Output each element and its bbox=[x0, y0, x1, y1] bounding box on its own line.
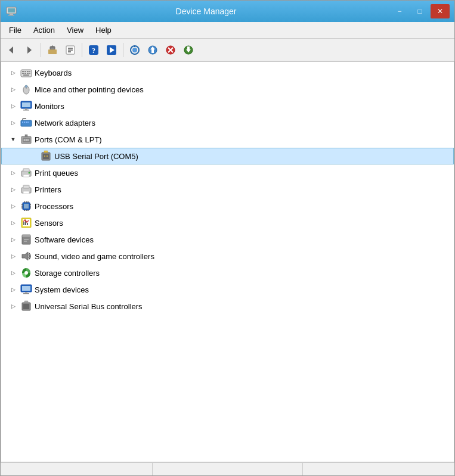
tree-item-sound[interactable]: ▷ Sound, video and game controllers bbox=[1, 248, 454, 265]
svg-rect-38 bbox=[23, 74, 29, 76]
device-tree[interactable]: ▷ Keyboards bbox=[1, 62, 454, 462]
svg-rect-102 bbox=[24, 301, 28, 303]
svg-point-41 bbox=[25, 85, 27, 88]
app-icon bbox=[5, 5, 17, 17]
menu-view[interactable]: View bbox=[61, 24, 89, 36]
svg-rect-50 bbox=[27, 122, 29, 123]
svg-rect-72 bbox=[24, 204, 29, 209]
svg-rect-58 bbox=[25, 135, 27, 136]
svg-rect-69 bbox=[23, 185, 29, 188]
ports-icon bbox=[20, 133, 32, 145]
tree-item-printers[interactable]: ▷ Printers bbox=[1, 181, 454, 198]
svg-rect-30 bbox=[22, 71, 24, 72]
svg-rect-65 bbox=[23, 169, 29, 172]
tree-item-system-devices[interactable]: ▷ System devices bbox=[1, 281, 454, 298]
help-button[interactable]: ? bbox=[85, 42, 102, 58]
processors-icon bbox=[20, 200, 32, 212]
update-button[interactable] bbox=[144, 42, 161, 58]
menu-bar: File Action View Help bbox=[1, 22, 454, 39]
usb-serial-label: USB Serial Port (COM5) bbox=[54, 152, 138, 161]
up-button[interactable] bbox=[44, 42, 61, 58]
expand-printers[interactable]: ▷ bbox=[8, 185, 18, 194]
status-section-1 bbox=[3, 463, 153, 475]
tree-item-sensors[interactable]: ▷ Sensors bbox=[1, 214, 454, 231]
tree-item-usb-controllers[interactable]: ▷ Universal Serial Bus controllers bbox=[1, 298, 454, 315]
toolbar-separator-2 bbox=[82, 43, 82, 57]
close-button[interactable]: ✕ bbox=[431, 4, 450, 18]
tree-item-mice[interactable]: ▷ Mice and other pointing devices bbox=[1, 81, 454, 98]
svg-rect-46 bbox=[21, 120, 32, 126]
ports-label: Ports (COM & LPT) bbox=[35, 135, 102, 144]
expand-print-queues[interactable]: ▷ bbox=[8, 168, 18, 178]
svg-rect-7 bbox=[48, 49, 57, 54]
keyboards-label: Keyboards bbox=[35, 69, 72, 77]
title-bar: Device Manager − □ ✕ bbox=[1, 1, 454, 22]
properties-button[interactable] bbox=[62, 42, 79, 58]
expand-storage[interactable]: ▷ bbox=[8, 268, 18, 278]
tree-item-network[interactable]: ▷ Network adapters bbox=[1, 114, 454, 131]
svg-rect-70 bbox=[23, 191, 29, 194]
run-button[interactable] bbox=[103, 42, 120, 58]
usb-serial-icon bbox=[40, 150, 52, 162]
uninstall-button[interactable] bbox=[162, 42, 179, 58]
svg-rect-66 bbox=[23, 175, 29, 177]
expand-usb-controllers[interactable]: ▷ bbox=[8, 301, 18, 311]
maximize-button[interactable]: □ bbox=[410, 4, 429, 18]
tree-item-keyboards[interactable]: ▷ Keyboards bbox=[1, 64, 454, 81]
usb-controllers-icon bbox=[20, 300, 32, 312]
download-button[interactable] bbox=[180, 42, 197, 58]
minimize-button[interactable]: − bbox=[390, 4, 409, 18]
device-manager-window: Device Manager − □ ✕ File Action View He… bbox=[0, 0, 455, 476]
expand-processors[interactable]: ▷ bbox=[8, 201, 18, 211]
sound-label: Sound, video and game controllers bbox=[35, 252, 154, 261]
svg-rect-97 bbox=[22, 286, 30, 291]
main-content: ▷ Keyboards bbox=[1, 61, 454, 462]
svg-rect-45 bbox=[23, 110, 29, 111]
print-queues-icon bbox=[20, 167, 32, 179]
tree-item-storage[interactable]: ▷ Storage controllers bbox=[1, 265, 454, 281]
expand-keyboards[interactable]: ▷ bbox=[8, 68, 18, 77]
tree-item-usb-serial[interactable]: USB Serial Port (COM5) bbox=[1, 148, 454, 164]
mice-icon bbox=[20, 83, 32, 95]
expand-network[interactable]: ▷ bbox=[8, 118, 18, 127]
window-title: Device Manager bbox=[22, 7, 390, 16]
mice-label: Mice and other pointing devices bbox=[35, 85, 144, 94]
forward-button[interactable] bbox=[21, 42, 38, 58]
system-devices-label: System devices bbox=[35, 285, 89, 294]
svg-rect-35 bbox=[24, 73, 26, 74]
tree-item-software-devices[interactable]: ▷ Software devices bbox=[1, 231, 454, 248]
expand-sensors[interactable]: ▷ bbox=[8, 218, 18, 228]
svg-point-55 bbox=[24, 139, 26, 141]
scan-button[interactable] bbox=[126, 42, 143, 58]
usb-controllers-label: Universal Serial Bus controllers bbox=[35, 302, 143, 311]
svg-point-63 bbox=[47, 155, 48, 157]
menu-help[interactable]: Help bbox=[89, 24, 117, 36]
expand-ports[interactable]: ▼ bbox=[8, 135, 18, 144]
svg-rect-31 bbox=[24, 71, 26, 72]
svg-rect-43 bbox=[22, 102, 30, 107]
monitors-label: Monitors bbox=[35, 102, 64, 111]
back-button[interactable] bbox=[3, 42, 20, 58]
svg-rect-33 bbox=[29, 71, 30, 72]
svg-marker-5 bbox=[27, 46, 32, 54]
menu-action[interactable]: Action bbox=[27, 24, 61, 36]
status-bar bbox=[1, 462, 454, 475]
printers-label: Printers bbox=[35, 185, 61, 194]
menu-file[interactable]: File bbox=[3, 24, 27, 36]
svg-rect-48 bbox=[24, 122, 25, 123]
window-controls: − □ ✕ bbox=[390, 4, 450, 18]
tree-item-processors[interactable]: ▷ bbox=[1, 198, 454, 214]
expand-software-devices[interactable]: ▷ bbox=[8, 235, 18, 244]
svg-rect-49 bbox=[26, 122, 27, 123]
tree-item-ports[interactable]: ▼ Ports (COM & LPT) bbox=[1, 131, 454, 148]
system-devices-icon bbox=[20, 284, 32, 295]
svg-marker-94 bbox=[22, 252, 28, 260]
sound-icon bbox=[20, 250, 32, 262]
svg-rect-22 bbox=[151, 49, 154, 53]
expand-system-devices[interactable]: ▷ bbox=[8, 285, 18, 294]
expand-sound[interactable]: ▷ bbox=[8, 251, 18, 261]
expand-mice[interactable]: ▷ bbox=[8, 85, 18, 94]
tree-item-monitors[interactable]: ▷ Monitors bbox=[1, 98, 454, 114]
expand-monitors[interactable]: ▷ bbox=[8, 101, 18, 111]
tree-item-print-queues[interactable]: ▷ Print queues bbox=[1, 164, 454, 181]
